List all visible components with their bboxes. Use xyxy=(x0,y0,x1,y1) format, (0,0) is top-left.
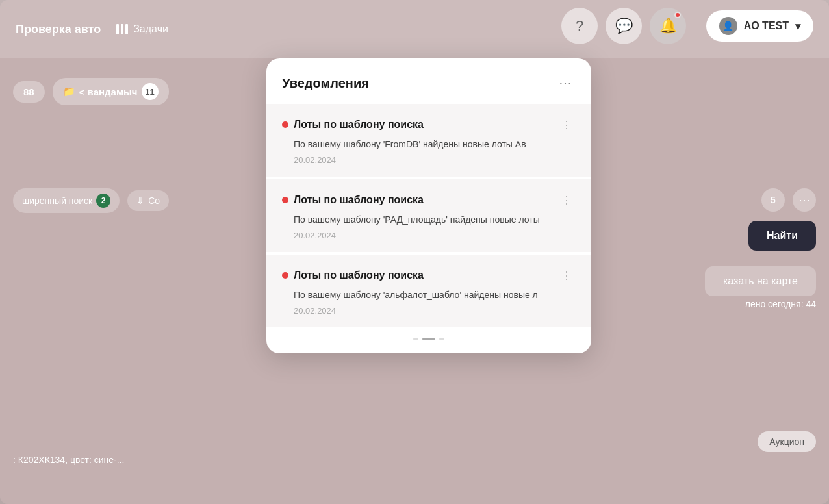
header: Проверка авто Задачи xyxy=(0,0,829,58)
notification-title: Уведомления xyxy=(282,76,369,91)
folder-filter[interactable]: 📁 < вандамыч 11 xyxy=(53,78,169,105)
folder-count: 11 xyxy=(142,83,159,100)
sort-label: Co xyxy=(148,195,160,206)
chat-icon: 💬 xyxy=(615,18,633,34)
count-88-badge[interactable]: 88 xyxy=(13,81,45,103)
header-icon-group: ? 💬 🔔 xyxy=(561,8,686,44)
map-button-area: казать на карте xyxy=(705,266,816,296)
notification-item[interactable]: Лоты по шаблону поиска ⋮ По вашему шабло… xyxy=(266,255,591,327)
notification-item[interactable]: Лоты по шаблону поиска ⋮ По вашему шабло… xyxy=(266,104,591,177)
user-name: AO TEST xyxy=(744,20,789,32)
scroll-indicator xyxy=(266,330,591,343)
notif-item-1-date: 20.02.2024 xyxy=(282,155,576,165)
bell-icon: 🔔 xyxy=(659,18,677,34)
sort-tag[interactable]: ⇓ Co xyxy=(127,190,169,211)
notif-item-3-title-group: Лоты по шаблону поиска xyxy=(282,270,424,281)
show-on-map-button[interactable]: казать на карте xyxy=(705,266,816,296)
extended-search-tag[interactable]: ширенный поиск 2 xyxy=(13,188,120,213)
notif-item-2-header: Лоты по шаблону поиска ⋮ xyxy=(282,191,576,209)
notif-item-1-title-group: Лоты по шаблону поиска xyxy=(282,119,424,131)
notif-item-2-more-button[interactable]: ⋮ xyxy=(557,191,576,209)
chat-button[interactable]: 💬 xyxy=(606,8,642,44)
scroll-dot-3 xyxy=(439,338,444,340)
search-count-badge: 2 xyxy=(96,194,110,208)
count-5-badge: 5 xyxy=(761,188,785,212)
find-button[interactable]: Найти xyxy=(748,221,816,251)
notif-item-2-date: 20.02.2024 xyxy=(282,231,576,240)
notif-item-3-title-text: Лоты по шаблону поиска xyxy=(294,270,424,281)
notif-item-1-header: Лоты по шаблону поиска ⋮ xyxy=(282,116,576,134)
notification-panel: Уведомления ⋯ Лоты по шаблону поиска ⋮ П… xyxy=(266,58,591,353)
notif-item-1-body: По вашему шаблону 'FromDB' найдены новые… xyxy=(282,138,576,151)
notif-item-1-more-button[interactable]: ⋮ xyxy=(557,116,576,134)
kebab-icon: ⋯ xyxy=(798,193,810,207)
tasks-grid-icon xyxy=(116,24,128,34)
find-button-area: Найти xyxy=(748,221,816,251)
auction-badge: Аукцион xyxy=(758,431,816,452)
unread-dot-2 xyxy=(282,197,288,203)
car-info-text: : К202ХК134, цвет: сине-... xyxy=(13,455,124,465)
chevron-down-icon: ▾ xyxy=(795,20,800,32)
search-bar: ширенный поиск 2 ⇓ Co xyxy=(13,188,169,213)
user-menu-button[interactable]: 👤 AO TEST ▾ xyxy=(706,10,813,42)
app-title: Проверка авто xyxy=(16,23,101,36)
notification-badge xyxy=(674,12,681,18)
unread-dot-3 xyxy=(282,272,288,279)
notification-item[interactable]: Лоты по шаблону поиска ⋮ По вашему шабло… xyxy=(266,179,591,252)
right-action-group: 5 ⋯ xyxy=(761,188,816,212)
notif-item-2-body: По вашему шаблону 'РАД_площадь' найдены … xyxy=(282,213,576,227)
notif-item-2-title-text: Лоты по шаблону поиска xyxy=(294,194,424,206)
sold-today-text: лено сегодня: 44 xyxy=(745,299,816,309)
notification-more-icon: ⋯ xyxy=(559,75,572,91)
scroll-dot-2 xyxy=(422,338,435,340)
more-options-button[interactable]: ⋯ xyxy=(793,188,816,212)
question-icon: ? xyxy=(576,18,583,34)
tasks-label: Задачи xyxy=(133,23,168,35)
sort-icon: ⇓ xyxy=(136,195,144,206)
notification-more-button[interactable]: ⋯ xyxy=(555,73,576,94)
filter-bar: 88 📁 < вандамыч 11 xyxy=(13,78,169,105)
user-avatar: 👤 xyxy=(719,17,737,35)
notif-item-3-date: 20.02.2024 xyxy=(282,306,576,316)
count-88-value: 88 xyxy=(23,86,34,97)
scroll-dot-1 xyxy=(413,338,418,340)
bell-button[interactable]: 🔔 xyxy=(650,8,686,44)
folder-label: < вандамыч xyxy=(79,86,138,97)
question-button[interactable]: ? xyxy=(561,8,598,44)
user-avatar-icon: 👤 xyxy=(722,21,733,31)
notif-item-1-title-text: Лоты по шаблону поиска xyxy=(294,119,424,131)
extended-search-label: ширенный поиск xyxy=(22,195,92,206)
unread-dot-1 xyxy=(282,121,288,128)
notification-header: Уведомления ⋯ xyxy=(266,58,591,104)
tasks-nav[interactable]: Задачи xyxy=(116,23,168,35)
notif-item-3-more-button[interactable]: ⋮ xyxy=(557,266,576,284)
folder-icon: 📁 xyxy=(63,86,75,97)
notif-item-3-body: По вашему шаблону 'альфалот_шабло' найде… xyxy=(282,288,576,302)
notif-item-3-header: Лоты по шаблону поиска ⋮ xyxy=(282,266,576,284)
notif-item-2-title-group: Лоты по шаблону поиска xyxy=(282,194,424,206)
